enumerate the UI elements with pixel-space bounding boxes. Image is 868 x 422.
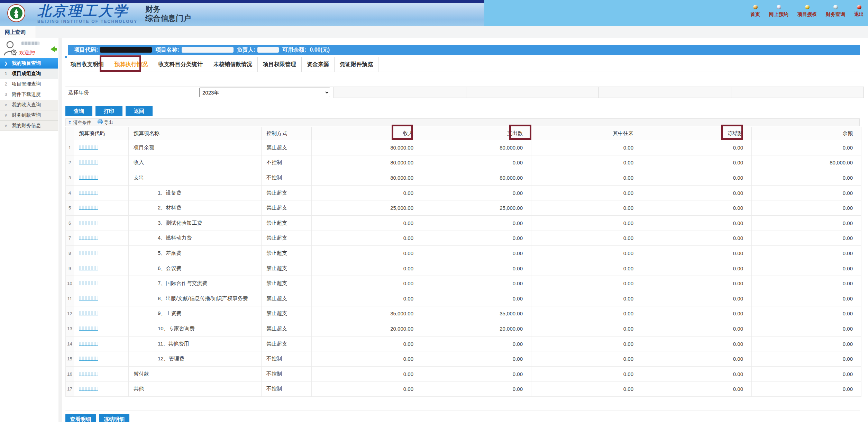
budget-code-link-redacted[interactable] [79, 372, 98, 376]
clear-conditions-label: 清空条件 [73, 119, 91, 126]
cell-expense: 0.00 [422, 185, 531, 200]
budget-code-link-redacted[interactable] [79, 311, 98, 315]
sidebar: 欢迎您! ❯ 我的项目查询 1 项目成组查询 2 项目管理查询 3 附件下载进度… [0, 38, 58, 422]
print-button[interactable]: 打印 [95, 106, 122, 116]
cell-frozen: 0.00 [642, 366, 752, 381]
budget-code-link-redacted[interactable] [79, 281, 98, 285]
project-manager-redacted [257, 47, 279, 53]
cell-expense: 35,000.00 [422, 306, 531, 321]
cell-transfer: 0.00 [531, 366, 642, 381]
tab-online-query[interactable]: 网上查询 [0, 26, 36, 38]
detail-tab-label: 资金来源 [307, 61, 329, 68]
cell-budget-name: 3、测试化验加工费 [129, 215, 262, 231]
table-row: 7 4、燃料动力费 禁止超支 0.00 0.00 0.00 0.00 0.00 [66, 231, 861, 246]
table-row: 9 6、会议费 禁止超支 0.00 0.00 0.00 0.00 0.00 [66, 261, 861, 276]
year-select[interactable]: 2023年 [199, 88, 330, 97]
cell-expense: 0.00 [422, 246, 531, 261]
cell-frozen: 0.00 [642, 306, 752, 321]
cell-expense: 20,000.00 [422, 321, 531, 336]
top-nav: 首页 网上预约 项目授权 财务查询 退出 [750, 5, 864, 18]
cell-frozen: 0.00 [642, 351, 752, 367]
budget-code-link-redacted[interactable] [79, 145, 98, 150]
cell-income: 80,000.00 [312, 140, 422, 155]
cell-rownum: 11 [66, 291, 74, 306]
back-button[interactable]: 返回 [126, 106, 153, 116]
top-nav-item[interactable]: 网上预约 [769, 5, 788, 18]
budget-code-link-redacted[interactable] [79, 191, 98, 195]
frozen-detail-button[interactable]: 冻结明细 [99, 414, 129, 422]
university-name-en: BEIJING INSTITUTE OF TECHNOLOGY [37, 19, 138, 24]
sidebar-item[interactable]: 2 项目管理查询 [0, 79, 58, 89]
cell-rownum: 9 [66, 261, 74, 276]
cell-rownum: 8 [66, 246, 74, 261]
filter-empty-cell [466, 87, 599, 98]
sidebar-item-label: 财务到款查询 [12, 112, 41, 118]
cell-budget-name: 10、专家咨询费 [129, 321, 262, 336]
budget-code-link-redacted[interactable] [79, 160, 98, 164]
cell-frozen: 0.00 [642, 170, 752, 186]
cell-frozen: 0.00 [642, 276, 752, 291]
sidebar-item[interactable]: ∨ 财务到款查询 [0, 110, 58, 120]
detail-tab[interactable]: 项目权限管理 [258, 57, 302, 72]
clear-conditions-icon: ↥ [68, 120, 72, 125]
cell-income: 0.00 [312, 185, 422, 200]
budget-code-link-redacted[interactable] [79, 342, 98, 346]
sidebar-item-icon: 2 [0, 82, 12, 87]
cell-rownum: 13 [66, 321, 74, 336]
sidebar-item-icon: ∨ [0, 102, 12, 107]
cell-budget-code [74, 381, 129, 397]
module-tabstrip: 网上查询 [0, 26, 868, 38]
top-nav-item[interactable]: 项目授权 [797, 5, 817, 18]
nav-ball-icon [805, 5, 810, 9]
budget-code-link-redacted[interactable] [79, 387, 98, 391]
sidebar-splitter[interactable] [58, 38, 62, 422]
sidebar-item[interactable]: ∨ 我的收入查询 [0, 100, 58, 110]
cell-budget-code [74, 336, 129, 351]
top-nav-item[interactable]: 财务查询 [826, 5, 845, 18]
cell-balance: 0.00 [752, 215, 861, 231]
budget-code-link-redacted[interactable] [79, 251, 98, 255]
top-nav-item[interactable]: 退出 [854, 5, 864, 18]
detail-tab[interactable]: 资金来源 [302, 57, 335, 72]
sidebar-item[interactable]: ∨ 我的财务信息 [0, 120, 58, 131]
sidebar-collapse-arrow-icon[interactable] [51, 46, 57, 52]
clear-conditions-link[interactable]: ↥ 清空条件 [68, 119, 91, 126]
cell-income: 80,000.00 [312, 170, 422, 186]
export-link[interactable]: 导出 [98, 119, 113, 126]
sidebar-item[interactable]: 3 附件下载进度 [0, 89, 58, 100]
user-gear-icon [3, 40, 19, 58]
cell-budget-name: 支出 [129, 170, 262, 186]
budget-code-link-redacted[interactable] [79, 176, 98, 180]
top-nav-item[interactable]: 首页 [750, 5, 760, 18]
budget-code-link-redacted[interactable] [79, 357, 98, 361]
sidebar-item[interactable]: ❯ 我的项目查询 [0, 58, 58, 69]
cell-budget-name: 2、材料费 [129, 200, 262, 216]
cell-income: 20,000.00 [312, 321, 422, 336]
cell-expense: 0.00 [422, 366, 531, 381]
budget-code-link-redacted[interactable] [79, 236, 98, 240]
detail-tab[interactable]: 未核销借款情况 [208, 57, 258, 72]
budget-code-link-redacted[interactable] [79, 221, 98, 225]
sidebar-item-label: 我的财务信息 [12, 123, 41, 129]
cell-balance: 0.00 [752, 170, 861, 186]
view-detail-button[interactable]: 查看明细 [65, 414, 96, 422]
top-nav-label: 财务查询 [826, 11, 845, 18]
detail-tabs: 项目收支明细 预算执行情况 收支科目分类统计 未核销借款情况 项目权限管理 资金… [65, 57, 860, 72]
cell-control-mode: 禁止超支 [262, 261, 312, 276]
budget-code-link-redacted[interactable] [79, 266, 98, 270]
cell-transfer: 0.00 [531, 291, 642, 306]
cell-budget-code [74, 351, 129, 367]
budget-code-link-redacted[interactable] [79, 206, 98, 210]
budget-code-link-redacted[interactable] [79, 296, 98, 300]
cell-expense: 0.00 [422, 291, 531, 306]
filter-row: 选择年份 2023年 [65, 87, 864, 98]
sidebar-item[interactable]: 1 项目成组查询 [0, 69, 58, 79]
query-button[interactable]: 查询 [65, 106, 92, 116]
detail-tab[interactable]: 收支科目分类统计 [153, 57, 208, 72]
cell-control-mode: 不控制 [262, 170, 312, 186]
app-header: 北京理工大学 BEIJING INSTITUTE OF TECHNOLOGY 财… [0, 0, 868, 26]
budget-code-link-redacted[interactable] [79, 326, 98, 331]
annotation-box-expense-header [509, 125, 531, 140]
detail-tab[interactable]: 凭证附件预览 [335, 57, 378, 72]
cell-control-mode: 不控制 [262, 381, 312, 397]
